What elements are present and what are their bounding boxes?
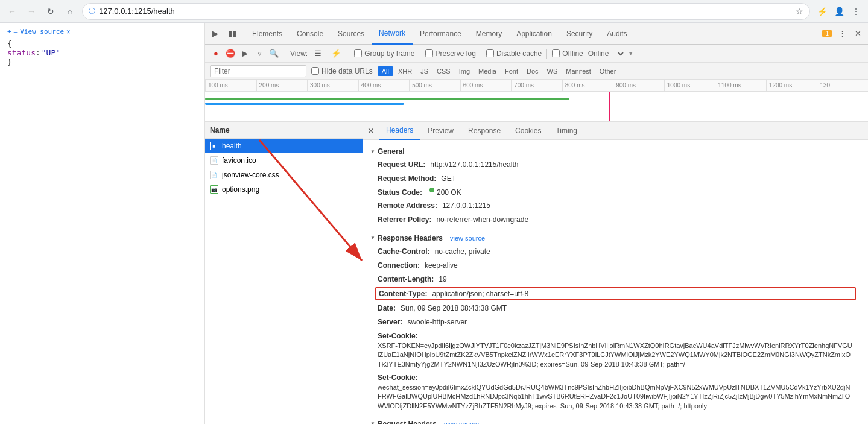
request-name-options: options.png xyxy=(222,185,259,194)
filter-all-btn[interactable]: All xyxy=(378,66,393,76)
camera-button[interactable]: ▶ xyxy=(239,48,251,60)
tab-security[interactable]: Security xyxy=(559,23,600,45)
request-headers-section-header[interactable]: ▼ Request Headers view source xyxy=(363,417,868,424)
tab-memory[interactable]: Memory xyxy=(469,23,509,45)
filter-doc-btn[interactable]: Doc xyxy=(523,66,542,76)
home-button[interactable]: ⌂ xyxy=(63,4,77,19)
detail-content: ▼ General Request URL: http://127.0.0.1:… xyxy=(363,140,868,424)
disable-cache-checkbox[interactable]: Disable cache xyxy=(486,49,542,58)
view-label: View: xyxy=(290,49,308,58)
tab-elements[interactable]: Elements xyxy=(245,23,290,45)
header-set-cookie-xsrf: Set-Cookie: XSRF-TOKEN=eyJpdiI6IjgzOWJIY… xyxy=(363,329,868,371)
record-button[interactable]: ● xyxy=(210,48,222,60)
view-flame-icon[interactable]: ⚡ xyxy=(328,46,344,62)
lock-icon: ⓘ xyxy=(89,7,95,16)
clear-button[interactable]: ⛔ xyxy=(224,48,236,60)
back-button[interactable]: ← xyxy=(5,4,19,19)
menu-button[interactable]: ⋮ xyxy=(849,4,863,19)
forward-button[interactable]: → xyxy=(24,4,39,19)
group-by-frame-input[interactable] xyxy=(354,49,362,57)
request-list: Name ■ health 📄 favicon.ico 📄 xyxy=(205,122,363,424)
user-button[interactable]: 👤 xyxy=(832,4,846,19)
referrer-policy-value: no-referrer-when-downgrade xyxy=(436,215,528,225)
ruler-1100ms: 1100 ms xyxy=(715,80,766,91)
tab-performance[interactable]: Performance xyxy=(413,23,469,45)
device-icon[interactable]: ▮▮ xyxy=(224,26,240,42)
extensions-button[interactable]: ⚡ xyxy=(815,4,829,19)
tab-response[interactable]: Response xyxy=(461,122,508,140)
status-code-value: 200 OK xyxy=(437,188,461,198)
search-icon[interactable]: 🔍 xyxy=(268,48,280,60)
inspect-icon[interactable]: ▶ xyxy=(207,26,223,42)
filter-font-btn[interactable]: Font xyxy=(501,66,522,76)
tab-console[interactable]: Console xyxy=(290,23,331,45)
timeline-blue-bar xyxy=(205,103,404,105)
devtools-options-icon[interactable]: ⋮ xyxy=(834,26,850,42)
preserve-log-checkbox[interactable]: Preserve log xyxy=(425,49,476,58)
response-headers-title: Response Headers xyxy=(378,234,443,242)
ruler-1200ms: 1200 ms xyxy=(766,80,817,91)
tab-preview[interactable]: Preview xyxy=(420,122,461,140)
separator3 xyxy=(420,49,420,59)
source-link-bar: + – View source ✕ xyxy=(7,28,197,36)
hide-data-urls-input[interactable] xyxy=(311,67,319,75)
tab-application[interactable]: Application xyxy=(509,23,559,45)
hide-data-urls-checkbox[interactable]: Hide data URLs xyxy=(311,67,373,75)
reload-button[interactable]: ↻ xyxy=(43,4,58,19)
close-icon[interactable]: ✕ xyxy=(66,28,71,36)
filter-input[interactable] xyxy=(210,65,306,77)
tab-headers[interactable]: Headers xyxy=(379,122,420,140)
name-column-header: Name xyxy=(210,126,230,134)
general-section-header[interactable]: ▼ General xyxy=(363,145,868,158)
url-text: 127.0.0.1:1215/health xyxy=(99,7,792,16)
tab-cookies[interactable]: Cookies xyxy=(508,122,548,140)
timeline-bars xyxy=(205,92,868,122)
disable-cache-input[interactable] xyxy=(486,49,494,57)
request-name-favicon: favicon.ico xyxy=(222,156,256,165)
filter-js-btn[interactable]: JS xyxy=(417,66,432,76)
request-item-options[interactable]: 📷 options.png xyxy=(205,182,363,197)
offline-checkbox[interactable]: Offline xyxy=(552,49,583,58)
disable-cache-label: Disable cache xyxy=(496,49,542,58)
detail-tabs: ✕ Headers Preview Response Cookies Timin… xyxy=(363,122,868,140)
warning-badge: 1 xyxy=(822,30,832,37)
tab-sources[interactable]: Sources xyxy=(331,23,372,45)
filter-xhr-btn[interactable]: XHR xyxy=(394,66,416,76)
general-remote-address: Remote Address: 127.0.0.1:1215 xyxy=(363,199,868,213)
filter-manifest-btn[interactable]: Manifest xyxy=(562,66,595,76)
request-method-key: Request Method: xyxy=(378,174,436,184)
filter-other-btn[interactable]: Other xyxy=(596,66,620,76)
address-bar[interactable]: ⓘ 127.0.0.1:1215/health ☆ xyxy=(82,3,810,20)
view-list-icon[interactable]: ☰ xyxy=(310,46,326,62)
filter-css-btn[interactable]: CSS xyxy=(433,66,454,76)
dash: – xyxy=(14,28,18,36)
request-item-health[interactable]: ■ health xyxy=(205,139,363,153)
ruler-800ms: 800 ms xyxy=(562,80,613,91)
devtools-close-icon[interactable]: ✕ xyxy=(850,26,866,42)
detail-close-btn[interactable]: ✕ xyxy=(363,123,379,139)
offline-input[interactable] xyxy=(552,49,560,57)
header-content-length: Content-Length: 19 xyxy=(363,273,868,286)
filter-media-btn[interactable]: Media xyxy=(475,66,500,76)
ruler-600ms: 600 ms xyxy=(460,80,512,91)
response-headers-section-header[interactable]: ▼ Response Headers view source xyxy=(363,232,868,245)
offline-label: Offline xyxy=(562,49,583,58)
group-by-frame-checkbox[interactable]: Group by frame xyxy=(354,49,414,58)
tab-network[interactable]: Network xyxy=(372,23,413,45)
filter-ws-btn[interactable]: WS xyxy=(543,66,562,76)
throttle-dropdown[interactable]: Online Slow 3G Fast 3G xyxy=(586,49,626,59)
filter-img-btn[interactable]: Img xyxy=(455,66,474,76)
response-view-source-link[interactable]: view source xyxy=(450,235,485,242)
preserve-log-input[interactable] xyxy=(425,49,433,57)
request-item-favicon[interactable]: 📄 favicon.ico xyxy=(205,153,363,168)
tab-audits[interactable]: Audits xyxy=(600,23,634,45)
devtools-panel: ▶ ▮▮ Elements Console Sources Network Pe… xyxy=(205,23,868,424)
view-source-link[interactable]: View source xyxy=(20,28,64,36)
timeline-green-bar xyxy=(205,98,569,100)
filter-icon[interactable]: ▿ xyxy=(253,48,265,60)
status-code-key: Status Code: xyxy=(378,188,422,198)
request-view-source-link[interactable]: view source xyxy=(444,420,479,424)
tab-timing[interactable]: Timing xyxy=(548,122,584,140)
ruler-900ms: 900 ms xyxy=(613,80,664,91)
request-item-jsonview[interactable]: 📄 jsonview-core.css xyxy=(205,168,363,182)
